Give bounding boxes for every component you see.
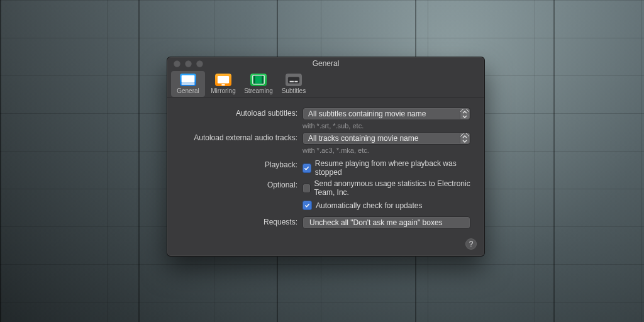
optional-label: Optional: bbox=[181, 179, 303, 189]
svg-rect-6 bbox=[288, 77, 299, 83]
minimize-button[interactable] bbox=[185, 60, 192, 67]
general-icon bbox=[180, 74, 196, 86]
help-button[interactable]: ? bbox=[465, 238, 477, 250]
mirroring-icon bbox=[215, 74, 231, 86]
button-label: Uncheck all "Don't ask me again" boxes bbox=[309, 218, 443, 227]
uncheck-all-button[interactable]: Uncheck all "Don't ask me again" boxes bbox=[303, 216, 470, 229]
preferences-window: General General Mirroring Streaming Subt… bbox=[167, 57, 485, 257]
svg-rect-5 bbox=[255, 76, 262, 84]
stepper-icon bbox=[460, 133, 469, 143]
svg-rect-2 bbox=[218, 76, 229, 84]
checkbox-label: Send anonymous usage statistics to Elect… bbox=[314, 179, 470, 197]
svg-rect-7 bbox=[290, 80, 294, 82]
svg-rect-1 bbox=[182, 82, 195, 85]
traffic-lights bbox=[167, 60, 203, 67]
zoom-button[interactable] bbox=[196, 60, 203, 67]
tab-streaming[interactable]: Streaming bbox=[242, 71, 275, 97]
help-icon: ? bbox=[469, 240, 474, 248]
checkbox-label: Automatically check for updates bbox=[316, 201, 422, 210]
subtitles-icon bbox=[286, 74, 302, 86]
autoload-audio-label: Autoload external audio tracks: bbox=[181, 132, 303, 142]
prefs-content: Autoload subtitles: All subtitles contai… bbox=[167, 97, 484, 238]
prefs-toolbar: General Mirroring Streaming Subtitles bbox=[167, 70, 484, 97]
send-stats-checkbox[interactable]: Send anonymous usage statistics to Elect… bbox=[303, 179, 470, 197]
checkbox-label: Resume playing from where playback was s… bbox=[315, 159, 470, 177]
tab-label: Mirroring bbox=[211, 87, 235, 94]
tab-subtitles[interactable]: Subtitles bbox=[277, 71, 311, 97]
autoload-subtitles-hint: with *.srt, *.sub, etc. bbox=[303, 122, 470, 130]
tab-label: Subtitles bbox=[282, 87, 306, 94]
popup-value: All tracks containing movie name bbox=[308, 134, 418, 143]
requests-label: Requests: bbox=[181, 216, 303, 226]
stepper-icon bbox=[460, 109, 469, 119]
checkbox-icon bbox=[303, 184, 311, 193]
autoload-audio-popup[interactable]: All tracks containing movie name bbox=[303, 132, 470, 145]
playback-label: Playback: bbox=[181, 159, 303, 169]
svg-rect-3 bbox=[221, 84, 225, 86]
resume-playback-checkbox[interactable]: Resume playing from where playback was s… bbox=[303, 159, 470, 177]
popup-value: All subtitles containing movie name bbox=[308, 109, 426, 118]
window-title: General bbox=[167, 59, 484, 68]
tab-label: General bbox=[177, 87, 199, 94]
autoload-subtitles-label: Autoload subtitles: bbox=[181, 108, 303, 118]
close-button[interactable] bbox=[174, 60, 180, 67]
tab-label: Streaming bbox=[244, 87, 273, 94]
checkbox-icon bbox=[303, 201, 312, 210]
autoload-audio-hint: with *.ac3, *.mka, etc. bbox=[303, 147, 470, 154]
tab-general[interactable]: General bbox=[171, 71, 205, 97]
tab-mirroring[interactable]: Mirroring bbox=[206, 71, 240, 97]
titlebar[interactable]: General bbox=[167, 57, 484, 70]
checkbox-icon bbox=[303, 164, 311, 173]
streaming-icon bbox=[250, 74, 267, 86]
autoload-subtitles-popup[interactable]: All subtitles containing movie name bbox=[303, 108, 470, 120]
check-updates-checkbox[interactable]: Automatically check for updates bbox=[303, 201, 470, 210]
svg-rect-8 bbox=[294, 80, 297, 82]
svg-rect-0 bbox=[182, 75, 195, 82]
